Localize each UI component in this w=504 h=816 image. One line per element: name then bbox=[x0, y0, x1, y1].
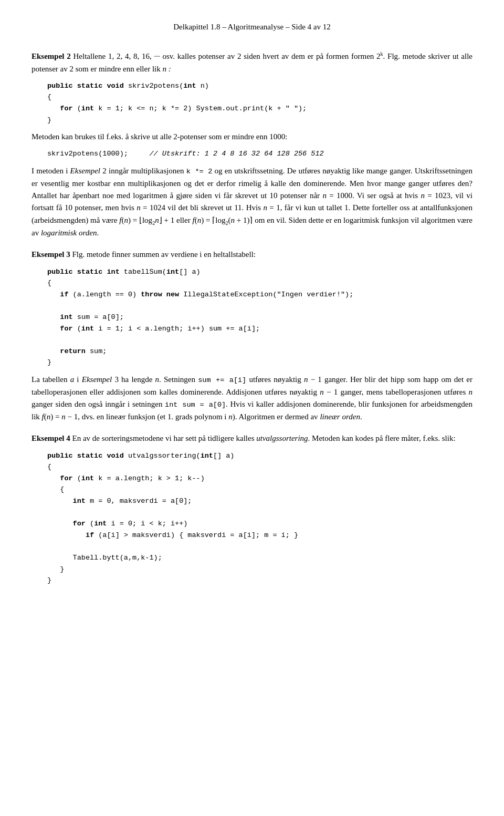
example3-section: Eksempel 3 Flg. metode finner summen av … bbox=[32, 249, 472, 423]
example2-intro-paragraph: Eksempel 2 Heltallene 1, 2, 4, 8, 16, ··… bbox=[32, 50, 472, 75]
example3-title: Eksempel 3 bbox=[32, 250, 70, 259]
code-block-example3: public static int tabellSum(int[] a) { i… bbox=[47, 266, 472, 368]
page-header: Delkapittel 1.8 – Algoritmeanalyse – Sid… bbox=[32, 21, 472, 33]
example3-intro-paragraph: Eksempel 3 Flg. metode finner summen av … bbox=[32, 249, 472, 261]
code-block-example2-1: public static void skriv2potens(int n) {… bbox=[47, 80, 472, 126]
example2-section: Eksempel 2 Heltallene 1, 2, 4, 8, 16, ··… bbox=[32, 50, 472, 239]
example2-title: Eksempel 2 bbox=[32, 52, 71, 60]
example4-intro-paragraph: Eksempel 4 En av de sorteringsmetodene v… bbox=[32, 432, 472, 445]
example4-section: Eksempel 4 En av de sorteringsmetodene v… bbox=[32, 432, 472, 586]
example2-metoden-text: Metoden kan brukes til f.eks. å skrive u… bbox=[32, 131, 472, 143]
example3-paragraph1: La tabellen a i Eksempel 3 ha lengde n. … bbox=[32, 374, 472, 423]
example4-title: Eksempel 4 bbox=[32, 434, 70, 442]
code-block-example4: public static void utvalgssortering(int[… bbox=[47, 450, 472, 586]
code-block-example2-2: skriv2potens(1000); // Utskrift: 1 2 4 8… bbox=[47, 148, 472, 160]
example2-paragraph1: I metoden i Eksempel 2 inngår multiplika… bbox=[32, 165, 472, 239]
exponent-k: k bbox=[381, 51, 383, 57]
